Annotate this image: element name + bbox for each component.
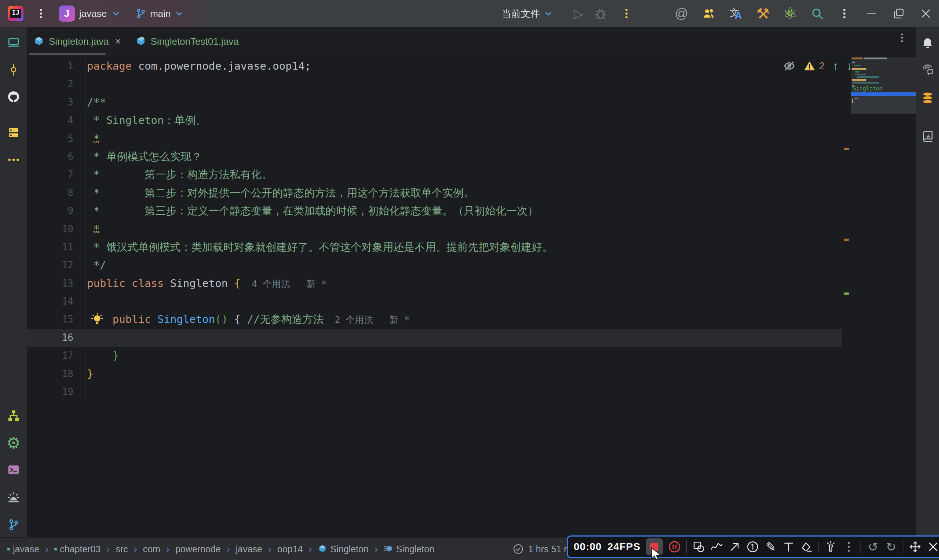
freehand-tool-button[interactable]	[711, 541, 723, 553]
debug-button[interactable]	[594, 7, 607, 20]
minimap-viewport[interactable]	[851, 96, 916, 114]
code-line-14[interactable]: 14	[27, 292, 842, 311]
tab-SingletonTest01.java[interactable]: SingletonTest01.java	[129, 27, 247, 56]
project-tool-button[interactable]	[5, 34, 22, 51]
close-button[interactable]	[918, 5, 934, 23]
minimap[interactable]: Singleton	[851, 57, 916, 114]
tab-options-button[interactable]	[896, 32, 907, 43]
breadcrumb-item-javase[interactable]: javase	[7, 544, 39, 554]
code-line-15[interactable]: 15 public Singleton() { //无参构造方法2 个用法新 *	[27, 311, 842, 328]
atom-plugin-button[interactable]: ⚛	[782, 5, 798, 23]
code-line-8[interactable]: 8 * 第二步：对外提供一个公开的静态的方法，用这个方法获取单个实例。	[27, 184, 842, 202]
tab-close-button[interactable]: ×	[115, 36, 121, 46]
line-number: 1	[27, 57, 85, 75]
settings-tool-button[interactable]: ⚙	[5, 434, 22, 452]
recorder-more-button[interactable]	[842, 541, 855, 553]
hierarchy-tool-button[interactable]	[5, 407, 22, 425]
code-line-10[interactable]: 10 *	[27, 220, 842, 238]
close-toolbar-button[interactable]	[927, 541, 939, 553]
breadcrumb-item-chapter03[interactable]: chapter03	[54, 544, 100, 554]
error-stripe-mark[interactable]	[843, 238, 849, 241]
tab-scrollbar-thumb[interactable]	[29, 53, 106, 55]
tools-plugin-button[interactable]: ⚒	[755, 5, 771, 23]
breadcrumb-item-oop14[interactable]: oop14	[277, 544, 303, 554]
code-line-18[interactable]: 18}	[27, 365, 842, 383]
terminal-icon	[7, 464, 20, 476]
code-line-6[interactable]: 6 * 单例模式怎么实现？	[27, 148, 842, 166]
vcs-branch-selector[interactable]: main	[135, 8, 184, 19]
monitor-icon	[7, 36, 20, 49]
pencil-tool-button[interactable]: ✎	[765, 541, 777, 553]
code-line-2[interactable]: 2	[27, 75, 842, 93]
token	[87, 132, 93, 145]
breadcrumb-item-Singleton[interactable]: Singleton	[384, 544, 434, 554]
spiral-plugin-button[interactable]: @	[674, 5, 689, 23]
commit-tool-button[interactable]	[5, 61, 22, 78]
database-tool-button[interactable]	[919, 89, 936, 107]
code-line-16[interactable]: 16	[27, 329, 842, 347]
run-more-button[interactable]	[618, 5, 635, 23]
shape-tool-button[interactable]	[692, 541, 705, 553]
error-stripe-mark[interactable]	[843, 292, 849, 295]
eraser-tool-button[interactable]	[800, 541, 813, 553]
structure-tool-button[interactable]	[5, 124, 22, 142]
breadcrumb-item-Singleton[interactable]: Singleton	[318, 544, 369, 554]
redo-button[interactable]: ↻	[885, 541, 897, 553]
code-line-17[interactable]: 17 }	[27, 347, 842, 365]
arrow-tool-button[interactable]	[728, 541, 741, 553]
spotlight-tool-button[interactable]	[825, 541, 837, 553]
code-editor[interactable]: 1package com.powernode.javase.oop14;23/*…	[27, 56, 916, 537]
code-line-19[interactable]: 19	[27, 383, 842, 401]
warning-icon[interactable]	[804, 60, 816, 72]
hide-inspections-button[interactable]	[783, 60, 796, 72]
code-line-7[interactable]: 7 * 第一步：构造方法私有化。	[27, 166, 842, 184]
prev-problem-button[interactable]: ↑	[833, 60, 839, 72]
line-number: 5	[27, 130, 85, 148]
run-configuration-selector[interactable]: 当前文件	[502, 7, 553, 20]
move-toolbar-button[interactable]	[909, 541, 921, 553]
gear-icon: ⚙	[7, 437, 20, 449]
text-tool-button[interactable]	[782, 541, 795, 553]
svg-text:A: A	[927, 134, 930, 139]
pause-record-button[interactable]	[668, 541, 681, 553]
search-everywhere-button[interactable]	[809, 5, 825, 23]
git-tool-button[interactable]	[5, 516, 22, 534]
code-line-3[interactable]: 3/**	[27, 94, 842, 111]
code-line-1[interactable]: 1package com.powernode.javase.oop14;	[27, 57, 842, 75]
code-line-4[interactable]: 4 * Singleton：单例。	[27, 111, 842, 129]
maximize-button[interactable]	[891, 5, 907, 23]
notifications-button[interactable]	[919, 33, 936, 51]
error-stripe-mark[interactable]	[843, 148, 849, 150]
breadcrumb-label: javase	[13, 544, 39, 554]
minimize-button[interactable]	[863, 5, 880, 23]
alerts-tool-button[interactable]	[5, 489, 22, 506]
token: Singleton	[164, 277, 234, 289]
code-line-11[interactable]: 11 * 饿汉式单例模式：类加载时对象就创建好了。不管这个对象用还是不用。提前先…	[27, 238, 842, 256]
undo-button[interactable]: ↺	[867, 541, 879, 553]
run-button[interactable]: ▷	[574, 7, 583, 20]
more-actions-button[interactable]	[836, 5, 853, 23]
dots-h-icon	[7, 154, 20, 166]
breadcrumb-item-javase[interactable]: javase	[236, 544, 262, 554]
code-line-9[interactable]: 9 * 第三步：定义一个静态变量，在类加载的时候，初始化静态变量。（只初始化一次…	[27, 202, 842, 220]
main-menu-button[interactable]	[33, 5, 49, 23]
screen-recorder-toolbar: 00:00 24FPS ✎↺↻	[567, 535, 939, 558]
breadcrumb-separator: ›	[227, 543, 230, 555]
intention-lightbulb-icon[interactable]	[90, 312, 104, 326]
dictionary-tool-button[interactable]: A	[919, 128, 936, 145]
breadcrumb-item-com[interactable]: com	[143, 544, 160, 554]
terminal-tool-button[interactable]	[5, 461, 22, 478]
project-selector[interactable]: J javase	[59, 6, 121, 22]
breadcrumb-item-powernode[interactable]: powernode	[175, 544, 221, 554]
code-line-5[interactable]: 5 *	[27, 130, 842, 148]
ai-chat-tool-button[interactable]	[919, 60, 936, 78]
more-tool-windows-button[interactable]	[5, 151, 22, 169]
code-line-12[interactable]: 12 */	[27, 256, 842, 274]
breadcrumb-item-src[interactable]: src	[116, 544, 128, 554]
translate-button[interactable]: 文A	[728, 5, 744, 23]
github-tool-button[interactable]	[5, 88, 22, 106]
code-with-me-button[interactable]	[701, 5, 717, 23]
code-line-13[interactable]: 13public class Singleton {4 个用法新 *	[27, 274, 842, 292]
tab-Singleton.java[interactable]: Singleton.java×	[27, 27, 129, 56]
number-tool-button[interactable]	[746, 541, 759, 553]
